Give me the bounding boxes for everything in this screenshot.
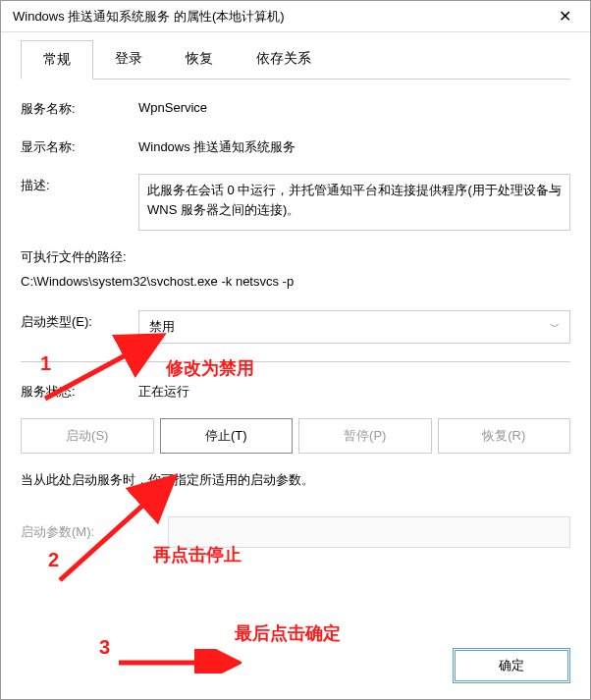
- tab-recovery[interactable]: 恢复: [164, 40, 235, 79]
- pause-button[interactable]: 暂停(P): [298, 418, 432, 454]
- service-name-value: WpnService: [138, 97, 570, 115]
- tab-label: 登录: [115, 50, 142, 66]
- description-label: 描述:: [21, 174, 138, 194]
- row-path: 可执行文件的路径: C:\Windows\system32\svchost.ex…: [21, 248, 570, 289]
- display-name-value: Windows 推送通知系统服务: [138, 135, 570, 156]
- startup-hint: 当从此处启动服务时，你可指定所适用的启动参数。: [21, 471, 570, 489]
- tabs: 常规 登录 恢复 依存关系: [21, 40, 570, 80]
- description-text: 此服务在会话 0 中运行，并托管通知平台和连接提供程序(用于处理设备与 WNS …: [147, 183, 562, 217]
- annotation-arrow-3: [114, 649, 242, 673]
- description-box: 此服务在会话 0 中运行，并托管通知平台和连接提供程序(用于处理设备与 WNS …: [138, 174, 570, 231]
- chevron-down-icon: ﹀: [550, 320, 560, 334]
- row-service-name: 服务名称: WpnService: [21, 97, 570, 118]
- annotation-number-3: 3: [99, 636, 110, 659]
- tab-general[interactable]: 常规: [21, 40, 93, 80]
- display-name-label: 显示名称:: [21, 135, 138, 156]
- control-buttons: 启动(S) 停止(T) 暂停(P) 恢复(R): [21, 418, 570, 454]
- stop-button[interactable]: 停止(T): [160, 418, 294, 454]
- row-service-status: 服务状态: 正在运行: [21, 380, 570, 401]
- tab-label: 依存关系: [256, 50, 311, 66]
- startup-type-select[interactable]: 禁用 ﹀: [138, 310, 570, 344]
- service-status-value: 正在运行: [138, 380, 570, 401]
- row-display-name: 显示名称: Windows 推送通知系统服务: [21, 135, 570, 156]
- content-area: 常规 登录 恢复 依存关系 服务名称: WpnService 显示名称: Win…: [1, 32, 590, 575]
- resume-button[interactable]: 恢复(R): [438, 418, 571, 454]
- close-button[interactable]: ✕: [545, 3, 584, 30]
- row-startup-type: 启动类型(E): 禁用 ﹀: [21, 310, 570, 344]
- button-label: 确定: [499, 658, 524, 673]
- service-status-label: 服务状态:: [21, 380, 138, 401]
- footer-buttons: 确定: [453, 648, 570, 683]
- button-label: 恢复(R): [482, 428, 525, 443]
- tab-label: 恢复: [186, 50, 213, 66]
- annotation-text-3: 最后点击确定: [235, 621, 341, 645]
- startup-type-value: 禁用: [149, 318, 175, 336]
- scroll-up-icon[interactable]: ▴: [554, 181, 567, 195]
- service-name-label: 服务名称:: [21, 97, 138, 118]
- path-value: C:\Windows\system32\svchost.exe -k netsv…: [21, 274, 570, 289]
- startup-type-label: 启动类型(E):: [21, 310, 138, 331]
- close-icon: ✕: [559, 7, 571, 26]
- row-start-params: 启动参数(M):: [21, 516, 570, 548]
- titlebar: Windows 推送通知系统服务 的属性(本地计算机) ✕: [1, 1, 590, 32]
- button-label: 启动(S): [66, 428, 108, 443]
- description-scroll[interactable]: ▴: [554, 181, 567, 195]
- separator: [21, 361, 570, 362]
- path-label: 可执行文件的路径:: [21, 248, 570, 266]
- tab-label: 常规: [43, 51, 71, 67]
- ok-button[interactable]: 确定: [453, 648, 570, 683]
- button-label: 暂停(P): [344, 428, 386, 443]
- start-button[interactable]: 启动(S): [21, 418, 154, 454]
- properties-window: Windows 推送通知系统服务 的属性(本地计算机) ✕ 常规 登录 恢复 依…: [0, 0, 591, 700]
- window-title: Windows 推送通知系统服务 的属性(本地计算机): [13, 8, 545, 26]
- tab-dependencies[interactable]: 依存关系: [235, 40, 333, 79]
- row-description: 描述: 此服务在会话 0 中运行，并托管通知平台和连接提供程序(用于处理设备与 …: [21, 174, 570, 231]
- start-params-label: 启动参数(M):: [21, 523, 168, 541]
- start-params-input: [168, 516, 570, 548]
- button-label: 停止(T): [205, 428, 247, 443]
- tab-logon[interactable]: 登录: [93, 40, 164, 79]
